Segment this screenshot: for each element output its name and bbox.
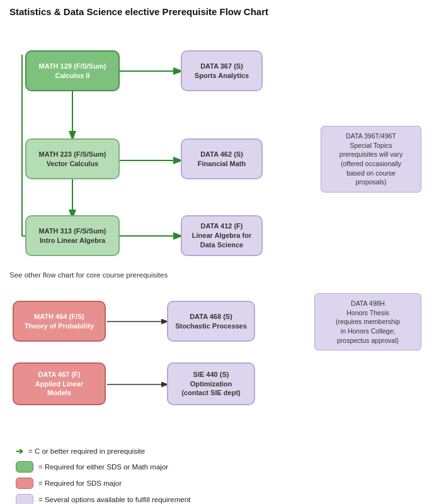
data462-node: DATA 462 (S) Financial Math <box>181 138 263 179</box>
legend-green-item: = Required for either SDS or Math major <box>16 461 425 473</box>
note2-box: DATA 498H Honors Thesis (requires member… <box>314 293 421 350</box>
legend-green-label: = Required for either SDS or Math major <box>38 463 168 471</box>
data467-node: DATA 467 (F) Applied Linear Models <box>13 362 106 405</box>
legend-red-item: = Required for SDS major <box>16 478 425 489</box>
math223-node: MATH 223 (F/S/Sum) Vector Calculus <box>25 138 120 179</box>
math313-node: MATH 313 (F/S/Sum) Intro Linear Algebra <box>25 215 120 256</box>
legend-green-box <box>16 461 33 473</box>
sie440-node: SIE 440 (S) Optimization (contact SIE de… <box>167 362 255 405</box>
data412-node: DATA 412 (F) Linear Algebra for Data Sci… <box>181 215 263 256</box>
legend-arrow-item: ➔ = C or better required in prerequisite <box>16 446 425 456</box>
note1-box: DATA 396T/496T Special Topics prerequisi… <box>321 126 421 193</box>
legend-purple-box <box>16 494 33 504</box>
data468-node: DATA 468 (S) Stochastic Processes <box>167 301 255 342</box>
legend-arrow-label: = C or better required in prerequisite <box>28 447 145 455</box>
legend-red-label: = Required for SDS major <box>38 479 122 487</box>
legend: ➔ = C or better required in prerequisite… <box>9 441 425 504</box>
data367-node: DATA 367 (S) Sports Analytics <box>181 50 263 91</box>
math129-node: MATH 129 (F/S/Sum) Calculus II <box>25 50 120 91</box>
legend-purple-item: = Several options available to fulfill r… <box>16 494 425 504</box>
legend-red-box <box>16 478 33 489</box>
legend-green-arrow-icon: ➔ <box>16 446 23 456</box>
separator-text: See other flow chart for core course pre… <box>9 271 168 279</box>
math464-node: MATH 464 (F/S) Theory of Probability <box>13 301 106 342</box>
legend-purple-label: = Several options available to fulfill r… <box>38 496 190 503</box>
page-title: Statistics & Data Science elective Prere… <box>9 6 425 17</box>
